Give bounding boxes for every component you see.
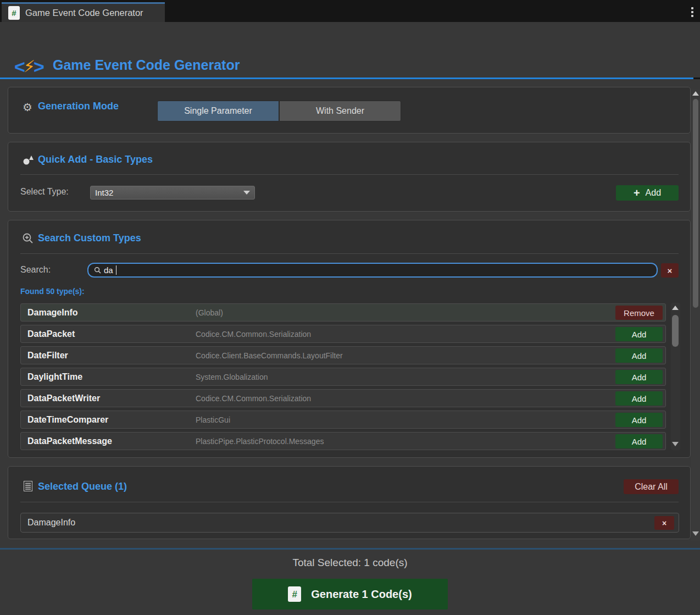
- zoom-in-icon: [22, 232, 34, 245]
- results-scrollbar[interactable]: [671, 303, 680, 450]
- tab-bar: # Game Event Code Generator: [0, 0, 700, 22]
- chevron-down-icon: [243, 191, 250, 195]
- search-section-title: Search Custom Types: [38, 232, 141, 244]
- type-namespace: Codice.CM.Common.Serialization: [196, 394, 311, 403]
- quick-add-title: Quick Add - Basic Types: [38, 154, 153, 165]
- type-namespace: Codice.Client.BaseCommands.LayoutFilter: [196, 351, 343, 360]
- footer: Total Selected: 1 code(s) # Generate 1 C…: [0, 548, 700, 615]
- generation-mode-section: ⚙ Generation Mode Single ParameterWith S…: [8, 87, 691, 134]
- csharp-script-icon: #: [288, 586, 301, 602]
- add-type-button[interactable]: Add: [615, 434, 663, 448]
- type-name: DataPacket: [27, 329, 75, 339]
- selected-queue-section: Selected Queue (1) Clear All DamageInfo×: [8, 466, 691, 539]
- generate-button-label: Generate 1 Code(s): [311, 588, 412, 601]
- type-result-row: DateFilterCodice.Client.BaseCommands.Lay…: [20, 346, 666, 364]
- results-scrollbar-thumb[interactable]: [672, 315, 679, 347]
- type-result-row: DataPacketCodice.CM.Common.Serialization…: [20, 325, 666, 343]
- type-name: DateFilter: [27, 351, 68, 361]
- quick-add-section: Quick Add - Basic Types Select Type: Int…: [8, 142, 691, 212]
- type-namespace: PlasticGui: [196, 415, 230, 424]
- window-header: < ⚡ > Game Event Code Generator Generate…: [0, 22, 700, 77]
- quick-add-button-label: Add: [646, 188, 661, 198]
- clear-all-button[interactable]: Clear All: [624, 479, 679, 494]
- scroll-down-icon[interactable]: [672, 442, 679, 446]
- search-section: Search Custom Types Search: da × Found 5…: [8, 220, 691, 458]
- type-name: DamageInfo: [27, 308, 78, 318]
- plus-icon: +: [634, 187, 640, 198]
- search-input-value: da: [104, 265, 113, 275]
- type-result-row: DamageInfo(Global)Remove: [20, 303, 666, 322]
- section-divider: [20, 174, 679, 175]
- search-input[interactable]: da: [87, 263, 658, 278]
- generate-button[interactable]: # Generate 1 Code(s): [252, 579, 448, 610]
- generation-mode-title: Generation Mode: [38, 101, 119, 112]
- mode-option-single-parameter[interactable]: Single Parameter: [157, 101, 279, 121]
- csharp-script-icon: #: [8, 6, 20, 20]
- search-results-list: DamageInfo(Global)RemoveDataPacketCodice…: [20, 303, 666, 453]
- section-divider: [20, 502, 679, 502]
- remove-type-button[interactable]: Remove: [615, 306, 663, 320]
- type-name: DateTimeComparer: [27, 415, 108, 425]
- search-label: Search:: [20, 265, 51, 275]
- add-type-button[interactable]: Add: [615, 370, 663, 384]
- type-dropdown-value: Int32: [95, 188, 243, 197]
- type-result-row: DataPacketMessagePlasticPipe.PlasticProt…: [20, 432, 666, 450]
- search-icon: [94, 267, 101, 274]
- scroll-up-icon[interactable]: [672, 306, 679, 310]
- type-result-row: DaylightTimeSystem.GlobalizationAdd: [20, 368, 666, 386]
- type-namespace: System.Globalization: [196, 373, 268, 381]
- remove-queue-item-button[interactable]: ×: [654, 516, 674, 530]
- section-divider: [20, 253, 679, 254]
- select-type-label: Select Type:: [20, 187, 69, 197]
- quick-add-button[interactable]: + Add: [616, 185, 679, 201]
- gear-icon: ⚙: [23, 102, 32, 113]
- queue-item-name: DamageInfo: [27, 518, 75, 528]
- mode-option-with-sender[interactable]: With Sender: [279, 101, 401, 121]
- type-name: DataPacketWriter: [27, 394, 100, 403]
- kebab-menu-icon[interactable]: [691, 7, 693, 17]
- add-type-button[interactable]: Add: [615, 348, 663, 363]
- type-namespace: (Global): [196, 308, 223, 317]
- type-name: DataPacketMessage: [27, 436, 112, 446]
- type-namespace: PlasticPipe.PlasticProtocol.Messages: [196, 437, 324, 446]
- found-count-label: Found 50 type(s):: [20, 287, 85, 296]
- type-name: DaylightTime: [27, 372, 82, 382]
- text-caret: [116, 265, 117, 275]
- add-type-button[interactable]: Add: [615, 391, 663, 406]
- scroll-down-icon[interactable]: [692, 531, 699, 536]
- tab-title: Game Event Code Generator: [25, 8, 143, 18]
- search-clear-button[interactable]: ×: [661, 263, 679, 278]
- type-namespace: Codice.CM.Common.Serialization: [196, 330, 311, 339]
- add-type-button[interactable]: Add: [615, 327, 663, 341]
- main-scrollbar-thumb[interactable]: [693, 99, 698, 308]
- add-type-button[interactable]: Add: [615, 413, 663, 427]
- page-title: Game Event Code Generator: [53, 57, 240, 73]
- generation-mode-toggle: Single ParameterWith Sender: [157, 101, 401, 121]
- type-result-row: DataPacketWriterCodice.CM.Common.Seriali…: [20, 389, 666, 407]
- total-selected-label: Total Selected: 1 code(s): [0, 557, 700, 569]
- queue-item-row: DamageInfo×: [20, 513, 679, 533]
- window-tab[interactable]: # Game Event Code Generator: [2, 2, 165, 22]
- selected-queue-list: DamageInfo×: [20, 513, 679, 533]
- list-lines-icon: [24, 481, 32, 491]
- main-scrollbar[interactable]: [691, 90, 700, 540]
- shapes-icon: [23, 154, 34, 165]
- type-dropdown[interactable]: Int32: [90, 186, 255, 200]
- code-lightning-icon: < ⚡ >: [14, 57, 45, 76]
- selected-queue-title: Selected Queue (1): [38, 481, 127, 492]
- type-result-row: DateTimeComparerPlasticGuiAdd: [20, 411, 666, 429]
- scroll-up-icon[interactable]: [692, 91, 699, 96]
